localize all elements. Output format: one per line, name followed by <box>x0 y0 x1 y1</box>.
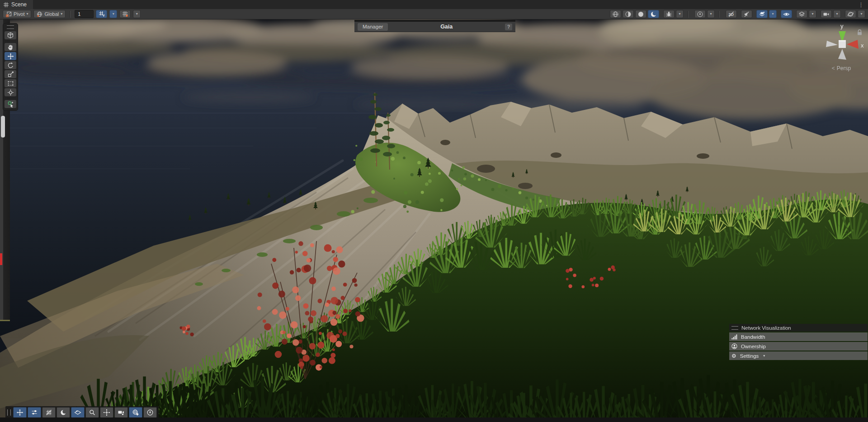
settings-button[interactable]: ⚙ Settings ▾ <box>729 351 868 360</box>
bandwidth-button[interactable]: Bandwidth <box>729 332 868 341</box>
wire-sphere-icon <box>612 11 619 18</box>
scale-icon <box>7 71 14 78</box>
scene-view-options: ▾ ▾ 2D ▾ ▾ ▾ ▾ <box>610 10 865 18</box>
capture-camera-button[interactable] <box>114 407 128 418</box>
gaia-help-button[interactable]: ? <box>505 24 512 30</box>
video-camera-icon <box>823 11 830 18</box>
water-tile-button[interactable] <box>71 407 85 418</box>
effects-toggle[interactable] <box>756 10 768 18</box>
render-mode-button[interactable] <box>635 10 646 18</box>
navigation-compass-button[interactable] <box>143 407 157 418</box>
terrain-settings-button[interactable] <box>28 407 41 418</box>
grid-snap-dropdown[interactable]: ▾ <box>133 10 141 18</box>
terrain-grid-toggle[interactable] <box>42 407 56 418</box>
pivot-dropdown[interactable]: Pivot ▾ <box>3 10 31 18</box>
moon-icon <box>60 409 67 416</box>
lighting-toggle[interactable] <box>57 407 70 418</box>
gizmos-dropdown[interactable]: ▾ <box>858 10 865 18</box>
filled-circle-icon <box>637 11 644 18</box>
shaded-wireframe-button[interactable] <box>623 10 634 18</box>
view-tool-button[interactable] <box>5 43 16 51</box>
orientation-gizmo[interactable]: y x <Persp <box>816 21 866 76</box>
svg-text:Y: Y <box>103 14 105 17</box>
tab-scene-label: Scene <box>11 1 27 8</box>
gizmo-center-cube[interactable] <box>839 41 846 48</box>
search-tool-button[interactable] <box>85 407 99 418</box>
window-bottom-edge <box>0 417 868 422</box>
tab-bar: Scene ⋮ <box>0 0 868 9</box>
bottom-axis-cone[interactable] <box>838 49 846 60</box>
overlay-drag-handle-icon[interactable] <box>7 409 11 416</box>
x-axis-cone[interactable] <box>847 40 859 49</box>
layers-button[interactable] <box>796 10 807 18</box>
gaia-window-header: Manager Gaia ? <box>354 20 515 32</box>
debug-options-dropdown[interactable]: ▾ <box>676 10 684 18</box>
world-settings-button[interactable] <box>129 407 142 418</box>
move-icon <box>7 53 14 60</box>
custom-editor-tool-button[interactable] <box>5 100 16 108</box>
eye-icon <box>783 11 790 18</box>
grid-slash-icon <box>45 409 52 416</box>
search-icon <box>89 409 96 416</box>
scale-tool-button[interactable] <box>5 70 16 78</box>
overlay-drag-handle-icon[interactable] <box>7 25 14 29</box>
scene-canvas[interactable] <box>0 19 868 422</box>
persp-arrow-icon: < <box>832 65 835 71</box>
gizmo-axes[interactable]: y x <box>818 21 865 65</box>
chevron-down-icon: ▾ <box>772 12 774 16</box>
kebab-menu-icon: ⋮ <box>858 1 864 8</box>
grid-snap-button[interactable] <box>119 10 131 18</box>
gaia-manager-label: Manager <box>363 24 383 29</box>
drag-handle-icon <box>731 326 738 330</box>
camera-settings-button[interactable] <box>821 10 832 18</box>
vertical-scrollbar-thumb[interactable] <box>1 116 5 138</box>
network-panel-header[interactable]: Network Visualization <box>729 324 868 332</box>
scene-lighting-toggle[interactable] <box>648 10 659 18</box>
scene-viewport[interactable]: Manager Gaia ? y x <Persp <box>0 19 868 422</box>
ownership-button[interactable]: Ownership <box>729 342 868 351</box>
view-options-tool-button[interactable] <box>5 31 16 39</box>
gizmos-button[interactable] <box>845 10 856 18</box>
layers-dropdown[interactable]: ▾ <box>809 10 816 18</box>
gaia-manager-button[interactable]: Manager <box>358 23 388 31</box>
chevron-down-icon: ▾ <box>811 12 813 16</box>
network-visualization-panel: Network Visualization Bandwidth Ownershi… <box>729 324 868 360</box>
window-menu-button[interactable]: ⋮ <box>854 0 868 9</box>
snap-increment-input[interactable]: 1 <box>75 10 94 18</box>
2d-mode-toggle[interactable]: 2D <box>726 10 737 18</box>
scene-visibility-toggle[interactable] <box>781 10 792 18</box>
chevron-down-icon: ▾ <box>836 12 838 16</box>
component-tools-dropdown[interactable]: ▾ <box>707 10 715 18</box>
rotate-tool-button[interactable] <box>5 61 16 69</box>
toolbar-separator <box>688 11 689 18</box>
chevron-down-icon: ▾ <box>860 12 862 16</box>
left-axis-cone[interactable] <box>826 41 838 47</box>
bar-chart-icon <box>731 334 737 340</box>
grid-axis-dropdown[interactable]: ▾ <box>109 10 117 18</box>
tile-diamond-icon <box>74 409 81 416</box>
audio-toggle[interactable] <box>741 10 752 18</box>
snap-move-button[interactable] <box>100 407 113 418</box>
move-tool-button[interactable] <box>5 52 16 60</box>
effects-dropdown[interactable]: ▾ <box>769 10 777 18</box>
rect-tool-button[interactable] <box>5 79 16 87</box>
tab-scene[interactable]: Scene <box>0 0 33 9</box>
component-tools-button[interactable] <box>694 10 706 18</box>
lock-icon[interactable] <box>857 29 863 36</box>
shading-mode-button[interactable] <box>610 10 621 18</box>
pan-tool-button[interactable] <box>13 407 27 418</box>
person-icon <box>731 343 737 349</box>
transform-tool-button[interactable] <box>5 88 16 96</box>
global-dropdown[interactable]: Global ▾ <box>33 10 66 18</box>
debug-options-button[interactable] <box>663 10 675 18</box>
globe-gear-icon <box>132 409 139 416</box>
compass-icon <box>146 409 154 416</box>
hand-icon <box>7 44 14 51</box>
camera-settings-dropdown[interactable]: ▾ <box>833 10 841 18</box>
projection-toggle[interactable]: <Persp <box>816 65 866 71</box>
grid-axis-button[interactable]: Y <box>96 10 107 18</box>
custom-tool-icon <box>7 101 14 108</box>
sliders-icon <box>31 409 38 416</box>
compass-icon <box>697 11 703 18</box>
rect-tool-icon <box>7 80 14 87</box>
